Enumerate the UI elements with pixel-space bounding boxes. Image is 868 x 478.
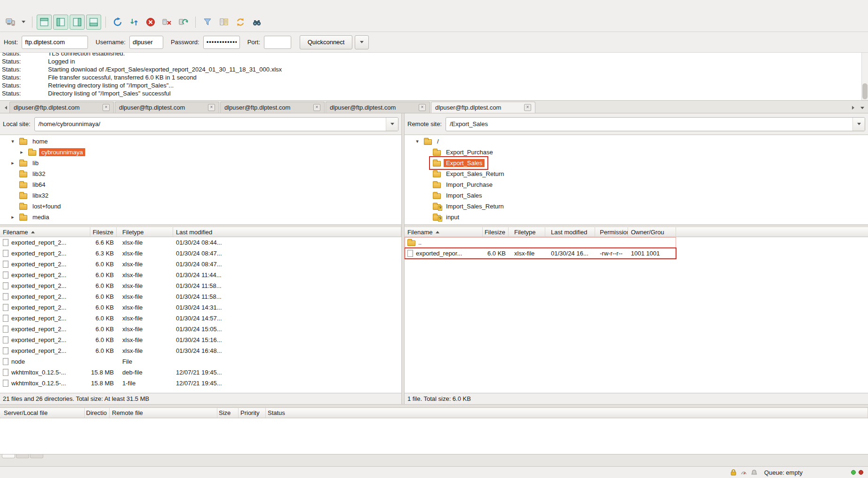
tab-close-icon[interactable]: × xyxy=(313,104,320,111)
column-header-filesize[interactable]: Filesize xyxy=(90,227,117,237)
expander-icon[interactable]: ▸ xyxy=(16,149,27,155)
quickconnect-dropdown-button[interactable] xyxy=(355,35,369,49)
find-files-button[interactable] xyxy=(249,15,264,30)
tab-scroll-right-button[interactable] xyxy=(849,103,857,113)
queue-tab[interactable] xyxy=(30,454,43,458)
column-header-owner-group[interactable]: Owner/Grou xyxy=(628,227,676,237)
file-row[interactable]: exported_report_2... 6.6 KB xlsx-file 01… xyxy=(0,237,401,248)
remote-site-dropdown-button[interactable] xyxy=(852,118,865,131)
reconnect-button[interactable] xyxy=(176,15,191,30)
file-row[interactable]: .. xyxy=(405,237,676,248)
toggle-transfer-queue-button[interactable] xyxy=(86,15,101,30)
expander-icon[interactable]: ▸ xyxy=(8,160,18,166)
speed-limit-icon[interactable] xyxy=(741,469,747,476)
message-log-scrollbar[interactable] xyxy=(861,53,868,100)
file-row[interactable]: exported_report_2... 6.0 KB xlsx-file 01… xyxy=(0,313,401,324)
expander-icon[interactable]: ▸ xyxy=(8,214,18,220)
file-row[interactable]: exported_report_2... 6.0 KB xlsx-file 01… xyxy=(0,345,401,356)
queue-tab[interactable] xyxy=(16,454,29,458)
file-row[interactable]: node File xyxy=(0,356,401,367)
menu-item[interactable] xyxy=(58,4,68,8)
file-row[interactable]: exported_repor... 6.0 KB xlsx-file 01/30… xyxy=(405,248,676,259)
column-header-filesize[interactable]: Filesize xyxy=(483,227,509,237)
column-header-last-modified[interactable]: Last modified xyxy=(173,227,401,237)
tree-item[interactable]: Export_Purchase xyxy=(405,147,868,158)
username-input[interactable] xyxy=(129,36,163,49)
toggle-remote-tree-button[interactable] xyxy=(70,15,85,30)
tree-item[interactable]: ? input xyxy=(405,212,868,223)
menu-item[interactable] xyxy=(40,4,49,8)
tab-close-icon[interactable]: × xyxy=(103,104,110,111)
tree-item[interactable]: libx32 xyxy=(0,190,401,201)
column-header-filetype[interactable]: Filetype xyxy=(117,227,173,237)
column-header-filetype[interactable]: Filetype xyxy=(509,227,545,237)
tree-item[interactable]: ▾ / xyxy=(405,136,868,147)
tab-scroll-left-button[interactable] xyxy=(2,103,9,113)
toggle-local-tree-button[interactable] xyxy=(53,15,68,30)
column-header-filename[interactable]: Filename xyxy=(0,227,90,237)
quickconnect-button[interactable]: Quickconnect xyxy=(300,35,352,49)
tab-close-icon[interactable]: × xyxy=(208,104,215,111)
connection-tab[interactable]: dlpuser@ftp.dlptest.com × xyxy=(220,102,325,113)
connection-tab[interactable]: dlpuser@ftp.dlptest.com × xyxy=(431,102,535,113)
column-header-status[interactable]: Status xyxy=(266,408,868,418)
column-header-size[interactable]: Size xyxy=(217,408,239,418)
tls-lock-icon[interactable] xyxy=(730,469,737,476)
tree-item[interactable]: ▸ lib xyxy=(0,158,401,168)
file-row[interactable]: exported_report_2... 6.0 KB xlsx-file 01… xyxy=(0,291,401,302)
host-input[interactable] xyxy=(22,36,88,49)
expander-icon[interactable]: ▾ xyxy=(412,138,422,144)
site-manager-button[interactable] xyxy=(3,15,18,30)
site-manager-dropdown-button[interactable] xyxy=(19,15,28,30)
menu-item[interactable] xyxy=(11,4,21,8)
tree-item[interactable]: Import_Purchase xyxy=(405,179,868,190)
tree-item[interactable]: ▸ media xyxy=(0,212,401,223)
process-queue-button[interactable] xyxy=(127,15,142,30)
file-row[interactable]: exported_report_2... 6.0 KB xlsx-file 01… xyxy=(0,324,401,335)
notifications-icon[interactable] xyxy=(751,469,757,476)
tab-close-icon[interactable]: × xyxy=(419,104,426,111)
tree-item[interactable]: lost+found xyxy=(0,201,401,212)
column-header-server-local-file[interactable]: Server/Local file xyxy=(0,408,85,418)
tree-item[interactable]: lib32 xyxy=(0,168,401,179)
scrollbar-thumb[interactable] xyxy=(862,83,868,99)
column-header-filename[interactable]: Filename xyxy=(405,227,483,237)
connection-tab[interactable]: dlpuser@ftp.dlptest.com × xyxy=(9,102,114,113)
connection-tab[interactable]: dlpuser@ftp.dlptest.com × xyxy=(115,102,219,113)
menu-item[interactable] xyxy=(30,4,40,8)
toggle-message-log-button[interactable] xyxy=(37,15,52,30)
tab-close-icon[interactable]: × xyxy=(524,104,531,111)
password-input[interactable] xyxy=(203,36,240,49)
disconnect-button[interactable] xyxy=(159,15,175,30)
menu-item[interactable] xyxy=(49,4,58,8)
synchronized-browsing-button[interactable] xyxy=(233,15,248,30)
tree-item[interactable]: Import_Sales xyxy=(405,190,868,201)
tab-list-button[interactable] xyxy=(859,103,866,113)
tree-item[interactable]: ? Import_Sales_Return xyxy=(405,201,868,212)
menu-item[interactable] xyxy=(21,4,30,8)
local-site-combobox[interactable]: /home/cybrounnimaya/ xyxy=(34,117,398,131)
file-row[interactable]: exported_report_2... 6.3 KB xlsx-file 01… xyxy=(0,248,401,259)
file-row[interactable]: exported_report_2... 6.0 KB xlsx-file 01… xyxy=(0,280,401,291)
tree-item[interactable]: Export_Sales xyxy=(405,158,868,168)
queue-splitter[interactable] xyxy=(0,404,868,407)
cancel-button[interactable] xyxy=(143,15,158,30)
refresh-button[interactable] xyxy=(110,15,125,30)
tree-item[interactable]: lib64 xyxy=(0,179,401,190)
file-row[interactable]: exported_report_2... 6.0 KB xlsx-file 01… xyxy=(0,259,401,270)
file-row[interactable]: exported_report_2... 6.0 KB xlsx-file 01… xyxy=(0,335,401,345)
column-header-permission[interactable]: Permission xyxy=(595,227,628,237)
file-row[interactable]: wkhtmltox_0.12.5-... 15.8 MB deb-file 12… xyxy=(0,367,401,378)
local-site-dropdown-button[interactable] xyxy=(386,118,398,131)
tree-item[interactable]: ▾ home xyxy=(0,136,401,147)
column-header-remote-file[interactable]: Remote file xyxy=(110,408,217,418)
vertical-splitter[interactable] xyxy=(401,113,405,404)
column-header-last-modified[interactable]: Last modified xyxy=(545,227,595,237)
file-row[interactable]: wkhtmltox_0.12.5-... 15.8 MB 1-file 12/0… xyxy=(0,378,401,389)
tree-item[interactable]: Export_Sales_Return xyxy=(405,168,868,179)
file-row[interactable]: exported_report_2... 6.0 KB xlsx-file 01… xyxy=(0,270,401,280)
column-header-priority[interactable]: Priority xyxy=(239,408,266,418)
connection-tab[interactable]: dlpuser@ftp.dlptest.com × xyxy=(326,102,430,113)
expander-icon[interactable]: ▾ xyxy=(8,138,18,144)
file-row[interactable]: exported_report_2... 6.0 KB xlsx-file 01… xyxy=(0,302,401,313)
